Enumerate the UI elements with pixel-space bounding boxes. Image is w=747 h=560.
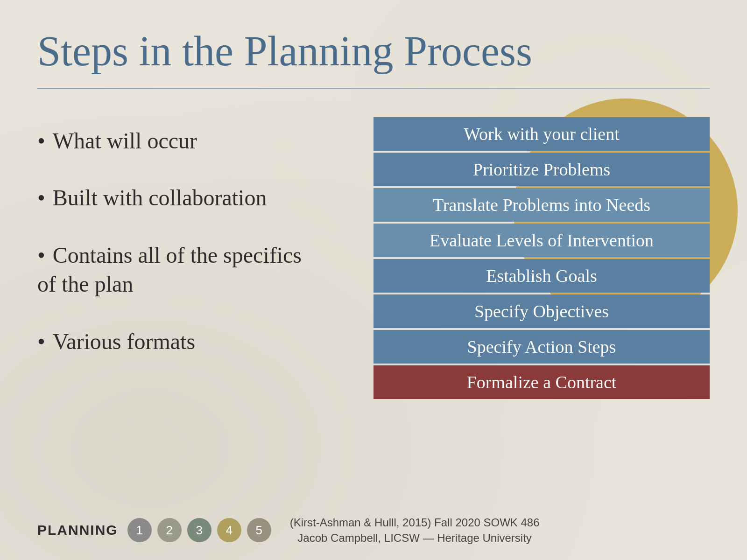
- left-column: What will occur Built with collaboration…: [37, 112, 374, 439]
- step-6: Specify Objectives: [374, 294, 710, 328]
- step-5: Establish Goals: [374, 259, 710, 293]
- circle-1[interactable]: 1: [127, 518, 152, 542]
- footer: PLANNING 1 2 3 4 5 (Kirst-Ashman & Hulll…: [37, 515, 710, 546]
- circle-4[interactable]: 4: [217, 518, 241, 542]
- circle-5[interactable]: 5: [247, 518, 271, 542]
- step-4: Evaluate Levels of Intervention: [374, 224, 710, 257]
- footer-citation: (Kirst-Ashman & Hulll, 2015) Fall 2020 S…: [290, 515, 540, 546]
- bullet-1: What will occur: [37, 126, 345, 155]
- bullet-2: Built with collaboration: [37, 183, 345, 212]
- circle-2[interactable]: 2: [157, 518, 182, 542]
- title-divider: [37, 88, 710, 89]
- planning-label: PLANNING: [37, 522, 118, 538]
- page-circles: 1 2 3 4 5: [127, 518, 271, 542]
- content-area: What will occur Built with collaboration…: [37, 112, 710, 439]
- step-2: Prioritize Problems: [374, 153, 710, 186]
- step-3: Translate Problems into Needs: [374, 188, 710, 222]
- steps-container: Work with your client Prioritize Problem…: [374, 117, 710, 399]
- right-column: Work with your client Prioritize Problem…: [374, 112, 710, 439]
- circle-3[interactable]: 3: [187, 518, 211, 542]
- step-1: Work with your client: [374, 117, 710, 151]
- bullet-4: Various formats: [37, 327, 345, 356]
- step-7: Specify Action Steps: [374, 330, 710, 364]
- slide-title: Steps in the Planning Process: [37, 28, 710, 74]
- bullet-3: Contains all of the specificsof the plan: [37, 241, 345, 299]
- step-8: Formalize a Contract: [374, 365, 710, 399]
- slide-container: Steps in the Planning Process What will …: [0, 0, 747, 560]
